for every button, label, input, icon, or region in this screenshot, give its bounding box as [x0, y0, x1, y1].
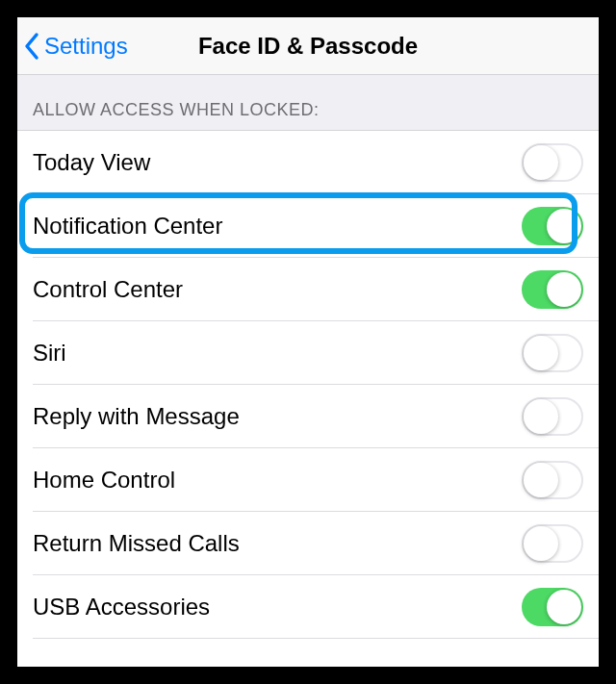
toggle-control-center[interactable]: [522, 270, 583, 309]
toggle-reply-with-message[interactable]: [522, 397, 583, 436]
navigation-bar: Settings Face ID & Passcode: [17, 17, 599, 75]
toggle-return-missed-calls[interactable]: [522, 524, 583, 563]
toggle-knob: [547, 590, 581, 624]
row-return-missed-calls: Return Missed Calls: [17, 512, 599, 575]
back-label: Settings: [44, 33, 128, 60]
page-title: Face ID & Passcode: [198, 33, 418, 60]
toggle-knob: [547, 272, 581, 307]
row-reply-with-message: Reply with Message: [17, 385, 599, 448]
settings-list: Today ViewNotification CenterControl Cen…: [17, 131, 599, 639]
toggle-siri[interactable]: [522, 334, 583, 372]
toggle-knob: [524, 526, 558, 561]
row-label: USB Accessories: [33, 594, 210, 621]
toggle-knob: [524, 463, 558, 497]
row-control-center: Control Center: [17, 258, 599, 321]
row-label: Reply with Message: [33, 403, 240, 430]
toggle-notification-center[interactable]: [522, 207, 583, 245]
toggle-usb-accessories[interactable]: [522, 588, 583, 626]
row-label: Control Center: [33, 276, 183, 303]
row-usb-accessories: USB Accessories: [17, 575, 599, 639]
row-label: Siri: [33, 340, 66, 367]
row-today-view: Today View: [17, 131, 599, 194]
row-label: Return Missed Calls: [33, 530, 240, 557]
row-home-control: Home Control: [17, 448, 599, 512]
section-header: ALLOW ACCESS WHEN LOCKED:: [17, 75, 599, 131]
back-button[interactable]: Settings: [17, 32, 136, 61]
row-label: Today View: [33, 149, 150, 176]
toggle-knob: [547, 209, 581, 243]
toggle-knob: [524, 145, 558, 180]
toggle-knob: [524, 399, 558, 434]
toggle-home-control[interactable]: [522, 461, 583, 499]
chevron-left-icon: [23, 32, 40, 61]
row-label: Home Control: [33, 467, 175, 494]
toggle-knob: [524, 336, 558, 370]
row-siri: Siri: [17, 321, 599, 385]
settings-screen: Settings Face ID & Passcode ALLOW ACCESS…: [17, 17, 599, 667]
toggle-today-view[interactable]: [522, 143, 583, 182]
row-label: Notification Center: [33, 213, 222, 240]
row-notification-center: Notification Center: [17, 194, 599, 258]
